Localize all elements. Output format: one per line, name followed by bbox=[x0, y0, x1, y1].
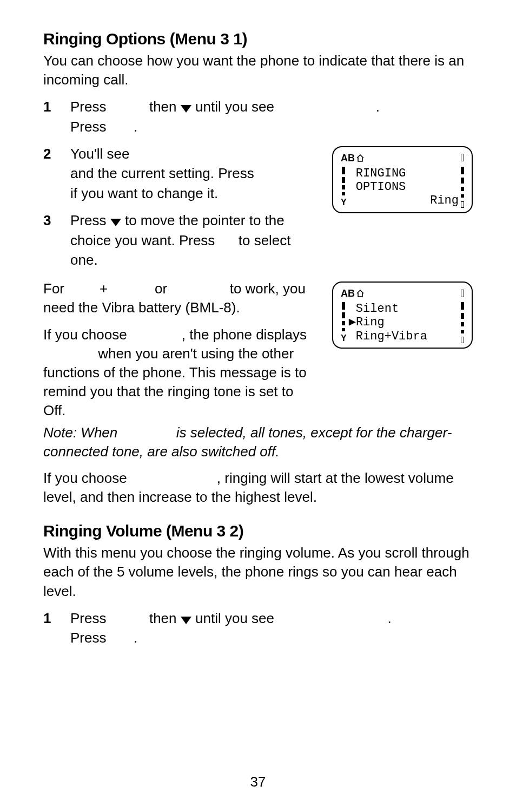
step1-text-d: . bbox=[376, 99, 380, 115]
silent-a: If you choose bbox=[43, 326, 131, 343]
ringing-options-steps: Press then until you see . Press . bbox=[43, 97, 473, 136]
phone-screen-options-list: AB Y Silent ▶Ring Ring+Vibra bbox=[332, 281, 473, 349]
vstep1-blank1 bbox=[110, 610, 145, 626]
vibra-blank1 bbox=[68, 280, 96, 297]
silent-blank1 bbox=[131, 326, 178, 343]
vstep1-d: . bbox=[388, 610, 392, 626]
step1-text-e: Press bbox=[70, 119, 110, 135]
step1-blank-1 bbox=[110, 99, 145, 115]
vibra-b: + bbox=[100, 280, 111, 297]
abc-indicator: AB bbox=[341, 288, 355, 299]
vibra-blank3 bbox=[171, 280, 226, 297]
vibra-note: For + or to work, you need the Vibra bat… bbox=[43, 279, 318, 317]
down-arrow-icon bbox=[181, 617, 191, 624]
step1-text-f: . bbox=[134, 119, 137, 135]
step-2: You'll see and the current setting. Pres… bbox=[43, 144, 318, 203]
screen1-line2: OPTIONS bbox=[349, 180, 459, 194]
ascend-a: If you choose bbox=[43, 470, 131, 486]
down-arrow-icon bbox=[110, 219, 121, 226]
battery-level-icon bbox=[461, 167, 464, 208]
step-3: Press to move the pointer to the choice … bbox=[43, 211, 318, 270]
vstep1-a: Press bbox=[70, 610, 110, 626]
screen1-line1: RINGING bbox=[349, 167, 459, 180]
step2-text-a: You'll see bbox=[70, 146, 130, 162]
screen2-indicator: AB bbox=[341, 288, 365, 300]
step1-text-b: then bbox=[149, 99, 181, 115]
step-1: Press then until you see . Press . bbox=[43, 97, 473, 136]
note-a: Note: When bbox=[43, 424, 122, 441]
home-icon bbox=[356, 153, 365, 165]
screen1-line3: Ring bbox=[349, 194, 459, 207]
section-heading-ringing-options: Ringing Options (Menu 3 1) bbox=[43, 30, 473, 48]
silent-blank2 bbox=[43, 345, 94, 362]
battery-icon bbox=[460, 289, 464, 300]
step1-text-a: Press bbox=[70, 99, 110, 115]
vibra-c: or bbox=[155, 280, 171, 297]
volume-step-1: Press then until you see . Press . bbox=[43, 608, 473, 648]
battery-icon bbox=[460, 153, 464, 164]
signal-icon: Y bbox=[341, 167, 347, 208]
ascend-blank bbox=[131, 470, 213, 486]
down-arrow-icon bbox=[181, 105, 191, 113]
screen1-indicator: AB bbox=[341, 153, 365, 165]
vstep1-blank2 bbox=[278, 610, 383, 626]
step2-text-c: if you want to change it. bbox=[70, 185, 218, 201]
page-number: 37 bbox=[0, 774, 516, 790]
silent-note-top: If you choose , the phone displays when … bbox=[43, 325, 318, 420]
ringing-options-intro: You can choose how you want the phone to… bbox=[43, 51, 473, 89]
step3-blank bbox=[219, 232, 235, 248]
step1-blank-2 bbox=[278, 99, 372, 115]
phone-screen-ringing-options: AB Y RINGING OPTIONS Ring bbox=[332, 146, 473, 213]
step2-text-b: and the current setting. Press bbox=[70, 165, 254, 181]
step3-text-a: Press bbox=[70, 212, 110, 228]
ringing-options-steps-cont: You'll see and the current setting. Pres… bbox=[43, 144, 318, 270]
note-blank bbox=[122, 424, 173, 441]
silent-b: , the phone displays bbox=[182, 326, 307, 343]
home-icon bbox=[356, 289, 365, 300]
vstep1-c: until you see bbox=[195, 610, 278, 626]
screen2-line1: Silent bbox=[349, 302, 459, 316]
step1-blank-3 bbox=[110, 119, 130, 135]
screen2-line3: Ring+Vibra bbox=[349, 330, 459, 343]
vstep1-blank3 bbox=[110, 630, 130, 646]
vibra-blank2 bbox=[111, 280, 150, 297]
ringing-volume-intro: With this menu you choose the ringing vo… bbox=[43, 543, 473, 600]
vibra-a: For bbox=[43, 280, 68, 297]
manual-page: Ringing Options (Menu 3 1) You can choos… bbox=[0, 0, 516, 812]
step1-text-c: until you see bbox=[195, 99, 278, 115]
silent-tones-note: Note: When is selected, all tones, excep… bbox=[43, 423, 473, 461]
ascending-note: If you choose , ringing will start at th… bbox=[43, 469, 473, 507]
signal-icon: Y bbox=[341, 302, 347, 343]
vstep1-f: . bbox=[134, 630, 137, 646]
screen2-line2: ▶Ring bbox=[349, 316, 459, 329]
abc-indicator: AB bbox=[341, 153, 355, 163]
ringing-volume-steps: Press then until you see . Press . bbox=[43, 608, 473, 648]
vstep1-e: Press bbox=[70, 630, 110, 646]
section-heading-ringing-volume: Ringing Volume (Menu 3 2) bbox=[43, 522, 473, 540]
vstep1-b: then bbox=[149, 610, 181, 626]
battery-level-icon bbox=[461, 302, 464, 343]
